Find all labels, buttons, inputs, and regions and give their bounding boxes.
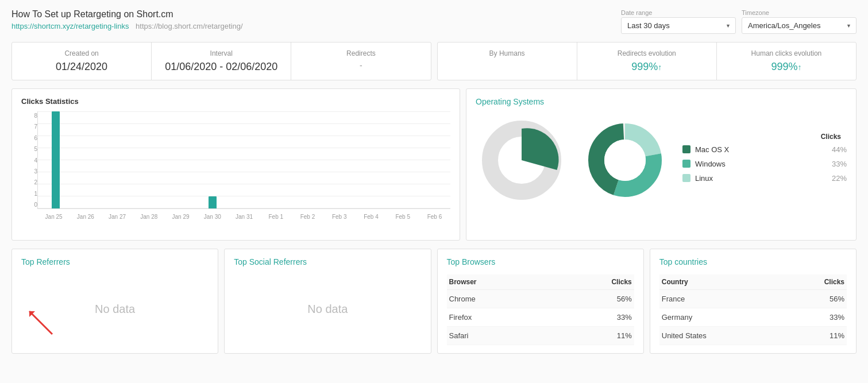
bar-group-7 [260,111,291,208]
timezone-wrapper: America/Los_Angeles [742,17,857,34]
os-section: Operating Systems [466,88,857,241]
svg-line-1 [29,311,52,334]
browser-row-1: Firefox33% [447,308,634,327]
legend-pct-linux: 22% [824,174,847,183]
arrow-indicator [24,305,58,342]
legend-dot-linux [682,174,690,182]
legend-name-windows: Windows [695,160,824,168]
x-label-8: Feb 2 [292,214,323,220]
bar-5 [209,196,217,208]
country-row-2: United States11% [659,327,847,345]
stat-by-humans-label: By Humans [447,49,568,57]
browser-row-0: Chrome56% [447,290,634,308]
stat-created-on: Created on 01/24/2020 [12,42,152,80]
bar-group-0 [40,111,72,208]
top-social-title: Top Social Referrers [234,257,421,266]
top-countries-section: Top countries Country Clicks France56%Ge… [650,249,857,354]
browser-name: Safari [447,327,553,345]
x-label-4: Jan 29 [165,214,196,220]
page: How To Set up Retargeting on Short.cm ht… [0,0,868,383]
bar-group-3 [134,111,166,208]
stats-row: Created on 01/24/2020 Interval 01/06/202… [11,42,857,80]
legend-pct-mac: 44% [824,145,847,154]
countries-tbody: France56%Germany33%United States11% [659,290,847,345]
legend-mac: Mac OS X 44% [682,145,847,154]
os-section-title: Operating Systems [476,97,847,106]
bar-group-12 [416,111,448,208]
arrow-up-icon: ↑ [658,63,662,72]
stat-human-clicks-evo-value: 999%↑ [726,61,847,73]
y-tick-1: 1 [21,191,37,197]
country-row-1: Germany33% [659,308,847,327]
top-social-no-data: No data [234,274,421,343]
top-referrers-title: Top Referrers [21,257,209,266]
donut-center [604,140,646,181]
url-gray: https://blog.short.cm/retargeting/ [136,22,242,30]
stats-left: Created on 01/24/2020 Interval 01/06/202… [11,42,431,80]
bar-group-2 [103,111,134,208]
bar-group-9 [322,111,354,208]
donut-mac [522,128,559,170]
legend-linux: Linux 22% [682,174,847,183]
bottom-row: Top Referrers No data Top Social Referre… [11,249,857,354]
y-tick-5: 5 [21,146,37,152]
bar-group-10 [354,111,385,208]
x-label-6: Jan 31 [228,214,260,220]
top-browsers-section: Top Browsers Browser Clicks Chrome56%Fir… [437,249,644,354]
stat-by-humans: By Humans [438,42,577,80]
chart-container: 0 1 2 3 4 5 6 7 8 [21,111,450,232]
bar-group-11 [385,111,417,208]
stat-redirects-value: - [300,61,421,70]
stat-created-label: Created on [21,49,142,57]
x-label-0: Jan 25 [38,214,70,220]
stat-redirects-evo-value: 999%↑ [587,61,707,73]
stats-right: By Humans Redirects evolution 999%↑ Huma… [437,42,857,80]
country-name: France [659,290,784,308]
os-clicks-label: Clicks [682,133,847,141]
legend-dot-mac [682,145,690,153]
header-left: How To Set up Retargeting on Short.cm ht… [11,9,243,30]
y-tick-8: 8 [21,113,37,119]
country-name: United States [659,327,784,345]
top-social-section: Top Social Referrers No data [224,249,431,354]
timezone-select[interactable]: America/Los_Angeles [742,17,857,34]
top-countries-title: Top countries [659,257,847,266]
browsers-table: Browser Clicks Chrome56%Firefox33%Safari… [447,274,634,345]
legend-pct-windows: 33% [824,160,847,168]
top-browsers-title: Top Browsers [447,257,634,266]
bar-group-5 [197,111,229,208]
bar-group-4 [165,111,197,208]
date-range-label: Date range [621,9,736,16]
browser-row-2: Safari11% [447,327,634,345]
country-col-header: Country [659,274,784,290]
country-row-0: France56% [659,290,847,308]
stat-redirects: Redirects - [291,42,430,80]
bars-container [38,111,450,208]
stat-interval-value: 01/06/2020 - 02/06/2020 [161,61,281,73]
stat-interval: Interval 01/06/2020 - 02/06/2020 [152,42,291,80]
stat-redirects-evo-label: Redirects evolution [587,49,707,57]
browser-pct: 56% [552,290,634,308]
header: How To Set up Retargeting on Short.cm ht… [11,9,857,34]
stat-interval-label: Interval [161,49,281,57]
x-label-3: Jan 28 [133,214,165,220]
legend-windows: Windows 33% [682,160,847,168]
legend-name-mac: Mac OS X [695,145,824,154]
page-title: How To Set up Retargeting on Short.cm [11,9,243,20]
x-label-1: Jan 26 [70,214,101,220]
y-tick-6: 6 [21,135,37,141]
header-right: Date range Last 30 days Timezone America… [621,9,857,34]
stat-human-clicks-evo-label: Human clicks evolution [726,49,847,57]
date-range-select[interactable]: Last 30 days [621,17,736,34]
countries-header-row: Country Clicks [659,274,847,290]
x-label-7: Feb 1 [260,214,292,220]
arrow-up-icon-2: ↑ [797,63,801,72]
countries-table: Country Clicks France56%Germany33%United… [659,274,847,345]
x-label-11: Feb 5 [387,214,419,220]
url-green-link[interactable]: https://shortcm.xyz/retargeting-links [11,22,129,30]
x-label-5: Jan 30 [196,214,228,220]
legend-name-linux: Linux [695,174,824,183]
os-legend: Clicks Mac OS X 44% Windows 33% Linux [682,133,847,188]
country-pct: 11% [784,327,847,345]
top-referrers-section: Top Referrers No data [11,249,218,354]
